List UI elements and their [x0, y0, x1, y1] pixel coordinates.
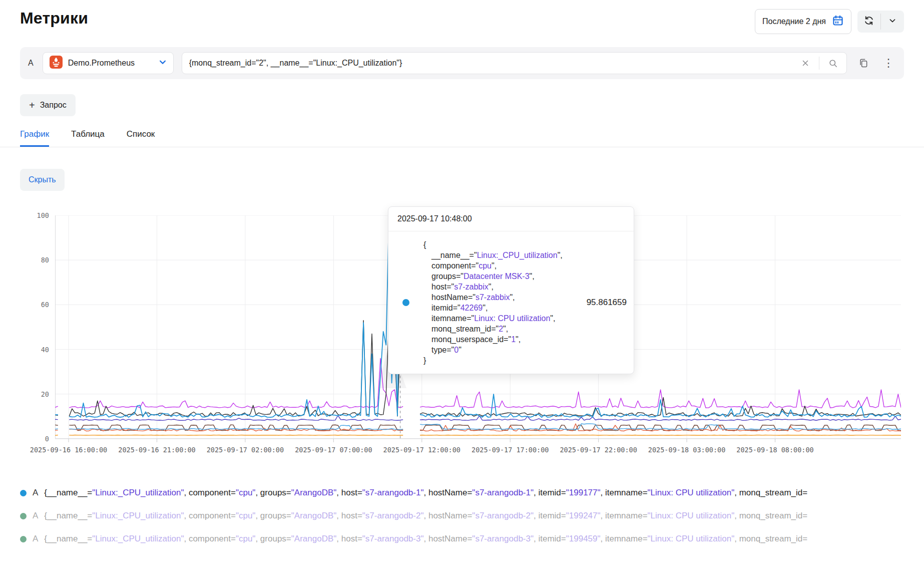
query-input-wrap: [182, 52, 847, 74]
time-range-picker[interactable]: Последние 2 дня: [755, 9, 851, 34]
page-title: Метрики: [20, 9, 88, 28]
page-header: Метрики Последние 2 дня: [0, 0, 924, 34]
series-line-orange-flat: [55, 435, 901, 436]
x-axis-label: 2025-09-18 08:00:00: [736, 446, 813, 454]
plus-icon: +: [29, 100, 35, 110]
chevron-down-icon: [888, 16, 897, 27]
legend-query-letter: A: [33, 488, 38, 498]
refresh-icon: [863, 15, 874, 28]
tooltip-label-line: monq_stream_id="2",: [423, 324, 583, 334]
tooltip-label-line: __name__="Linux:_CPU_utilization",: [423, 250, 583, 260]
datasource-select[interactable]: Demo.Prometheus: [43, 52, 174, 74]
y-axis-label: 40: [41, 346, 49, 354]
tab-graph[interactable]: График: [20, 129, 49, 147]
datapoint-tooltip: 2025-09-17 10:48:00 {__name__="Linux:_CP…: [388, 206, 634, 374]
tooltip-label-line: }: [423, 355, 583, 366]
legend-series-dot: [20, 513, 27, 519]
header-controls: Последние 2 дня: [755, 9, 904, 34]
legend-series-label: {__name__="Linux:_CPU_utilization", comp…: [44, 511, 807, 521]
x-axis-label: 2025-09-16 21:00:00: [118, 446, 195, 454]
legend-series-label: {__name__="Linux:_CPU_utilization", comp…: [44, 488, 807, 498]
graph-panel: Скрыть 020406080100 2025-09-16 16:00:002…: [0, 147, 924, 550]
y-axis-label: 100: [37, 211, 49, 219]
hide-button[interactable]: Скрыть: [20, 169, 65, 191]
legend-series-dot: [20, 536, 27, 542]
tooltip-timestamp: 2025-09-17 10:48:00: [388, 207, 634, 231]
tooltip-dot-col: [388, 299, 423, 306]
query-expression-input[interactable]: [189, 59, 797, 68]
legend-series-label: {__name__="Linux:_CPU_utilization", comp…: [44, 534, 807, 544]
query-letter: A: [27, 59, 35, 68]
clear-query-button[interactable]: [797, 55, 814, 72]
add-query-label: Запрос: [40, 101, 67, 110]
search-icon[interactable]: [824, 55, 841, 72]
tooltip-label-line: groups="Datacenter MSK-3",: [423, 271, 583, 281]
y-axis-label: 0: [45, 435, 49, 443]
query-menu-kebab-button[interactable]: ⋮: [880, 55, 897, 72]
tooltip-label-line: component="cpu",: [423, 260, 583, 271]
tab-table[interactable]: Таблица: [71, 129, 105, 147]
query-input-icons: [797, 55, 841, 72]
y-axis-label: 60: [41, 301, 49, 309]
x-axis-label: 2025-09-17 12:00:00: [383, 446, 460, 454]
x-axis-label: 2025-09-17 22:00:00: [560, 446, 637, 454]
input-divider: [819, 57, 819, 70]
kebab-icon: ⋮: [883, 58, 894, 69]
y-axis: 020406080100: [20, 215, 49, 439]
time-range-label: Последние 2 дня: [762, 17, 826, 26]
refresh-options-button[interactable]: [881, 11, 904, 33]
y-axis-label: 80: [41, 256, 49, 264]
tooltip-label-line: itemname="Linux: CPU utilization",: [423, 313, 583, 324]
series-legend: A{__name__="Linux:_CPU_utilization", com…: [20, 481, 904, 550]
refresh-button[interactable]: [857, 11, 880, 33]
query-row: A Demo.Prometheus: [20, 47, 904, 79]
x-axis-label: 2025-09-16 16:00:00: [30, 446, 107, 454]
legend-row[interactable]: A{__name__="Linux:_CPU_utilization", com…: [20, 481, 916, 504]
x-axis-label: 2025-09-18 03:00:00: [648, 446, 725, 454]
tooltip-label-line: type="0": [423, 345, 583, 355]
legend-query-letter: A: [33, 534, 38, 544]
x-axis-label: 2025-09-17 02:00:00: [207, 446, 284, 454]
view-tabs: График Таблица Список: [0, 116, 924, 147]
y-axis-label: 20: [41, 390, 49, 398]
tooltip-label-set: {__name__="Linux:_CPU_utilization",compo…: [423, 239, 583, 366]
refresh-button-group: [857, 11, 904, 33]
x-axis-label: 2025-09-17 17:00:00: [472, 446, 549, 454]
series-line-orange-red: [55, 424, 901, 431]
tooltip-label-line: {: [423, 239, 583, 250]
tooltip-label-line: host="s7-zabbix",: [423, 281, 583, 292]
datasource-name: Demo.Prometheus: [68, 59, 153, 68]
tab-list[interactable]: Список: [127, 129, 155, 147]
prometheus-logo-icon: [49, 55, 63, 71]
series-marker-dot: [402, 299, 409, 306]
legend-series-dot: [20, 490, 27, 496]
legend-query-letter: A: [33, 511, 38, 521]
copy-query-button[interactable]: [855, 55, 872, 72]
tooltip-value: 95.861659: [583, 298, 627, 308]
select-chevron-down-icon: [158, 58, 167, 69]
legend-row[interactable]: A{__name__="Linux:_CPU_utilization", com…: [20, 527, 916, 550]
calendar-icon: [832, 15, 844, 29]
x-axis: 2025-09-16 16:00:002025-09-16 21:00:0020…: [55, 446, 901, 456]
legend-row[interactable]: A{__name__="Linux:_CPU_utilization", com…: [20, 504, 916, 527]
tooltip-label-line: hostName="s7-zabbix",: [423, 292, 583, 303]
tooltip-body: {__name__="Linux:_CPU_utilization",compo…: [388, 231, 634, 374]
x-axis-label: 2025-09-17 07:00:00: [295, 446, 372, 454]
add-query-button[interactable]: + Запрос: [20, 94, 76, 116]
tooltip-label-line: itemid="42269",: [423, 303, 583, 313]
tooltip-label-line: monq_userspace_id="1",: [423, 334, 583, 345]
